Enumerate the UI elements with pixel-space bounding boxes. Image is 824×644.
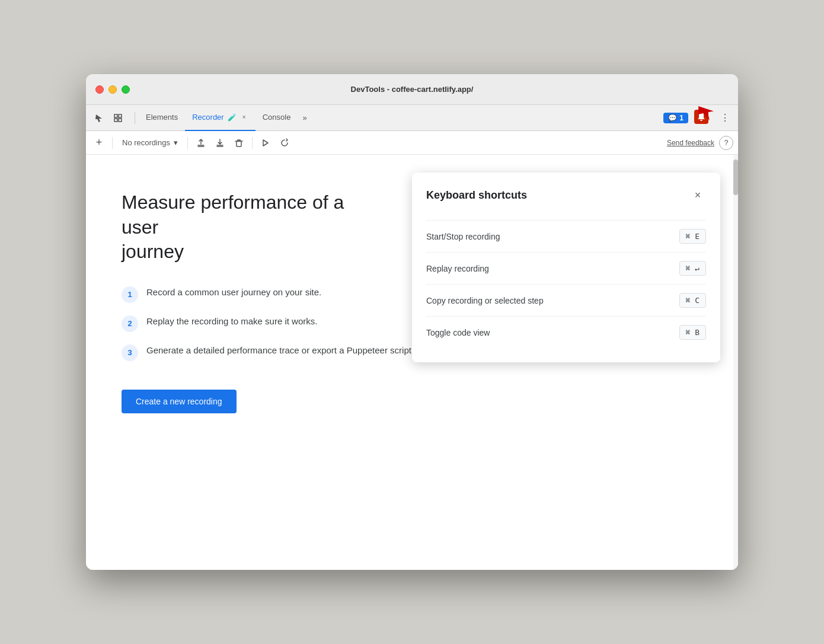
welcome-heading: Measure performance of a user journey bbox=[122, 190, 382, 264]
shortcut-key-2: ⌘ C bbox=[679, 293, 706, 308]
tab-right-actions: 💬 1 ⋮ bbox=[663, 109, 733, 127]
nav-icons bbox=[91, 110, 126, 126]
window-title: DevTools - coffee-cart.netlify.app/ bbox=[351, 85, 474, 94]
devtools-tabbar: Elements Recorder 🧪 × Console » 💬 1 bbox=[86, 105, 738, 131]
replay-button[interactable] bbox=[276, 135, 293, 151]
notifications-badge[interactable]: 💬 1 bbox=[663, 113, 688, 123]
shortcuts-close-button[interactable]: × bbox=[689, 187, 706, 203]
step-number-3: 3 bbox=[122, 345, 138, 361]
send-feedback-link[interactable]: Send feedback bbox=[667, 139, 714, 147]
shortcut-label-3: Toggle code view bbox=[426, 328, 490, 337]
chat-icon: 💬 bbox=[668, 114, 677, 122]
import-button[interactable] bbox=[212, 135, 228, 151]
shortcuts-title: Keyboard shortcuts bbox=[426, 189, 527, 202]
shortcut-row-2: Copy recording or selected step ⌘ C bbox=[426, 284, 706, 316]
close-button[interactable] bbox=[95, 85, 104, 94]
tab-more[interactable]: » bbox=[298, 113, 311, 122]
recorder-toolbar: + No recordings ▾ bbox=[86, 131, 738, 155]
tab-elements[interactable]: Elements bbox=[139, 105, 185, 131]
svg-rect-0 bbox=[114, 114, 117, 117]
play-icon bbox=[261, 138, 270, 148]
shortcut-label-2: Copy recording or selected step bbox=[426, 296, 544, 305]
shortcut-label-0: Start/Stop recording bbox=[426, 232, 500, 241]
shortcut-key-1: ⌘ ↵ bbox=[679, 261, 706, 276]
toolbar-divider-1 bbox=[112, 137, 113, 149]
export-button[interactable] bbox=[193, 135, 209, 151]
more-options-button[interactable]: ⋮ bbox=[717, 110, 733, 126]
svg-rect-1 bbox=[114, 119, 117, 122]
cursor-icon[interactable] bbox=[91, 110, 107, 126]
no-recordings-label: No recordings bbox=[122, 138, 170, 147]
toolbar-divider-2 bbox=[187, 137, 188, 149]
tab-divider-1 bbox=[135, 112, 135, 124]
step-text-3: Generate a detailed performance trace or… bbox=[146, 344, 455, 358]
keyboard-shortcuts-popup: Keyboard shortcuts × Start/Stop recordin… bbox=[412, 173, 720, 362]
layers-icon[interactable] bbox=[110, 110, 126, 126]
trash-icon bbox=[234, 138, 244, 148]
svg-rect-6 bbox=[237, 141, 241, 146]
delete-button[interactable] bbox=[231, 135, 247, 151]
tab-console[interactable]: Console bbox=[255, 105, 298, 131]
add-recording-button[interactable]: + bbox=[91, 135, 107, 151]
shortcut-key-3: ⌘ B bbox=[679, 325, 706, 340]
maximize-button[interactable] bbox=[122, 85, 130, 94]
svg-rect-3 bbox=[119, 119, 122, 122]
recordings-dropdown[interactable]: No recordings ▾ bbox=[117, 136, 183, 149]
tab-recorder[interactable]: Recorder 🧪 × bbox=[185, 105, 255, 131]
shortcut-row-0: Start/Stop recording ⌘ E bbox=[426, 220, 706, 252]
shortcuts-header: Keyboard shortcuts × bbox=[426, 187, 706, 203]
create-recording-button[interactable]: Create a new recording bbox=[122, 390, 237, 413]
step-number-2: 2 bbox=[122, 315, 138, 332]
download-icon bbox=[215, 138, 225, 148]
svg-rect-2 bbox=[119, 114, 122, 117]
recorder-icon: 🧪 bbox=[228, 113, 237, 122]
scrollbar-thumb[interactable] bbox=[733, 160, 738, 195]
bell-icon-wrapper[interactable] bbox=[693, 109, 712, 127]
tab-close-recorder[interactable]: × bbox=[240, 113, 248, 122]
play-button[interactable] bbox=[257, 135, 274, 151]
shortcut-key-0: ⌘ E bbox=[679, 229, 706, 244]
shortcut-label-1: Replay recording bbox=[426, 264, 489, 273]
help-icon: ? bbox=[724, 139, 729, 147]
shortcut-row-1: Replay recording ⌘ ↵ bbox=[426, 252, 706, 284]
step-number-1: 1 bbox=[122, 286, 138, 303]
traffic-lights bbox=[95, 85, 130, 94]
replay-icon bbox=[280, 138, 289, 148]
plus-icon: + bbox=[96, 136, 103, 149]
main-content: Measure performance of a user journey 1 … bbox=[86, 155, 738, 570]
devtools-window: DevTools - coffee-cart.netlify.app/ Elem… bbox=[86, 74, 738, 570]
shortcut-row-3: Toggle code view ⌘ B bbox=[426, 316, 706, 348]
help-button[interactable]: ? bbox=[719, 136, 733, 150]
toolbar-divider-3 bbox=[252, 137, 253, 149]
step-text-1: Record a common user journey on your sit… bbox=[146, 286, 321, 299]
minimize-button[interactable] bbox=[108, 85, 117, 94]
chevron-down-icon: ▾ bbox=[174, 138, 178, 147]
dots-icon: ⋮ bbox=[720, 112, 730, 123]
step-text-2: Replay the recording to make sure it wor… bbox=[146, 315, 317, 329]
scrollbar-track[interactable] bbox=[733, 155, 738, 570]
upload-icon bbox=[196, 138, 206, 148]
bell-icon bbox=[693, 109, 710, 125]
toolbar-right: Send feedback ? bbox=[667, 136, 733, 150]
title-bar: DevTools - coffee-cart.netlify.app/ bbox=[86, 74, 738, 105]
